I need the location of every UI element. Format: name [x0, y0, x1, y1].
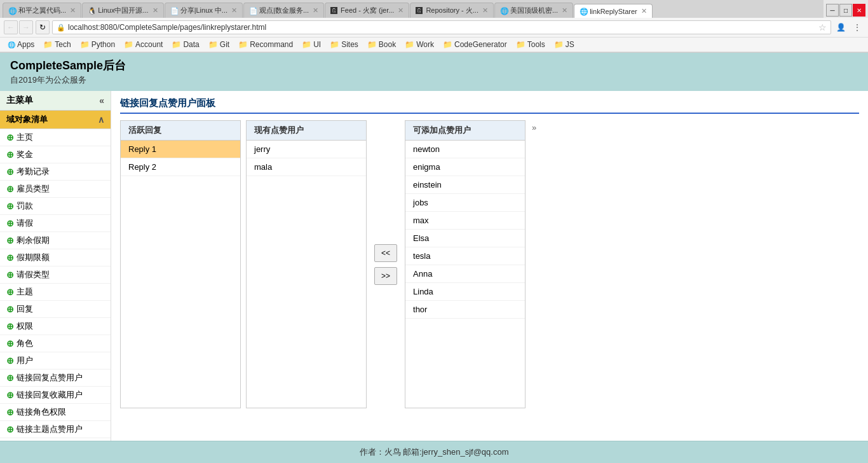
sidebar-item-2[interactable]: ⊕ 考勤记录: [0, 163, 111, 181]
bookmark-item-apps[interactable]: 🌐Apps: [4, 39, 38, 50]
bookmark-star[interactable]: ☆: [818, 22, 827, 32]
tab-close-icon[interactable]: ✕: [153, 6, 158, 15]
tab-close-icon[interactable]: ✕: [482, 6, 488, 15]
tab-close-icon[interactable]: ✕: [398, 6, 403, 15]
addable-user-item-1[interactable]: enigma: [405, 158, 525, 176]
bookmark-item-js[interactable]: 📁JS: [550, 39, 578, 50]
sidebar-plus-icon: ⊕: [6, 132, 14, 142]
address-input[interactable]: [68, 23, 816, 32]
sidebar-item-1[interactable]: ⊕ 奖金: [0, 146, 111, 163]
tab-bar-row: 🌐 和平之翼代码... ✕🐧 Linux中国开源... ✕📄 分享|Linux …: [0, 0, 868, 18]
addable-users-header: 可添加点赞用户: [405, 121, 525, 141]
sidebar-item-label: 罚款: [17, 200, 33, 212]
bookmark-label: CodeGenerator: [454, 40, 507, 49]
addable-user-item-9[interactable]: thor: [405, 301, 525, 319]
browser-tab-4[interactable]: 📄 观点|数金服务... ✕: [243, 3, 324, 18]
sidebar-item-16[interactable]: ⊕ 链接角色权限: [0, 404, 111, 421]
sidebar-item-4[interactable]: ⊕ 罚款: [0, 198, 111, 215]
current-user-item-0[interactable]: jerry: [247, 141, 366, 158]
sidebar-item-9[interactable]: ⊕ 主题: [0, 284, 111, 301]
bookmark-item-codegenerator[interactable]: 📁CodeGenerator: [439, 39, 511, 50]
sidebar-item-13[interactable]: ⊕ 用户: [0, 352, 111, 370]
bookmark-item-tech[interactable]: 📁Tech: [39, 39, 74, 50]
addable-user-item-5[interactable]: Elsa: [405, 230, 525, 247]
bookmark-item-work[interactable]: 📁Work: [401, 39, 438, 50]
browser-tab-3[interactable]: 📄 分享|Linux 中... ✕: [165, 3, 243, 18]
tab-close-icon[interactable]: ✕: [313, 6, 318, 15]
bookmark-item-python[interactable]: 📁Python: [76, 39, 119, 50]
sidebar-items-list: ⊕ 主页⊕ 奖金⊕ 考勤记录⊕ 雇员类型⊕ 罚款⊕ 请假⊕ 剩余假期⊕ 假期限额…: [0, 129, 111, 441]
addable-user-item-6[interactable]: tesla: [405, 247, 525, 265]
bookmarks-bar: 🌐Apps📁Tech📁Python📁Account📁Data📁Git📁Recom…: [0, 38, 868, 52]
sidebar-plus-icon: ⊕: [6, 407, 14, 417]
bookmark-item-git[interactable]: 📁Git: [205, 39, 233, 50]
addable-user-item-3[interactable]: jobs: [405, 194, 525, 212]
bookmark-item-sites[interactable]: 📁Sites: [326, 39, 362, 50]
tab-favicon: 📄: [249, 7, 257, 15]
section-collapse-button[interactable]: ∧: [98, 114, 104, 125]
browser-tab-5[interactable]: 🅶 Feed - 火窝 (jer... ✕: [325, 3, 409, 18]
sidebar-item-6[interactable]: ⊕ 剩余假期: [0, 232, 111, 249]
sidebar-item-15[interactable]: ⊕ 链接回复收藏用户: [0, 387, 111, 404]
sidebar-item-5[interactable]: ⊕ 请假: [0, 215, 111, 232]
addable-user-item-4[interactable]: max: [405, 212, 525, 230]
browser-tab-8[interactable]: 🌐 linkReplyStarer ✕: [574, 4, 653, 18]
sidebar-item-label: 考勤记录: [17, 166, 50, 177]
back-button[interactable]: ←: [4, 20, 18, 34]
active-replies-header: 活跃回复: [121, 121, 240, 141]
current-user-item-1[interactable]: mala: [247, 158, 366, 176]
sidebar-item-11[interactable]: ⊕ 权限: [0, 318, 111, 335]
active-reply-item-0[interactable]: Reply 1: [121, 141, 240, 158]
sidebar-item-10[interactable]: ⊕ 回复: [0, 301, 111, 318]
user-icon[interactable]: 👤: [834, 20, 848, 34]
bookmark-item-account[interactable]: 📁Account: [120, 39, 166, 50]
browser-tab-7[interactable]: 🌐 美国顶级机密... ✕: [494, 3, 573, 18]
addable-user-item-7[interactable]: Anna: [405, 265, 525, 283]
folder-icon: 📁: [443, 40, 452, 49]
sidebar-collapse-button[interactable]: «: [99, 95, 104, 106]
addable-user-item-0[interactable]: newton: [405, 141, 525, 158]
bookmark-label: Tech: [55, 40, 71, 49]
close-button[interactable]: ✕: [853, 4, 865, 17]
bookmark-item-recommand[interactable]: 📁Recommand: [234, 39, 297, 50]
bookmark-label: Data: [183, 40, 199, 49]
addable-user-item-8[interactable]: Linda: [405, 283, 525, 301]
tab-close-icon[interactable]: ✕: [70, 6, 76, 15]
addable-user-item-2[interactable]: einstein: [405, 176, 525, 194]
browser-tab-2[interactable]: 🐧 Linux中国开源... ✕: [82, 3, 163, 18]
tab-close-icon[interactable]: ✕: [231, 6, 237, 15]
bookmark-item-ui[interactable]: 📁UI: [298, 39, 325, 50]
forward-button[interactable]: →: [19, 20, 33, 34]
tab-close-icon[interactable]: ✕: [562, 6, 567, 15]
sidebar-item-17[interactable]: ⊕ 链接主题点赞用户: [0, 421, 111, 438]
transfer-left-button[interactable]: <<: [374, 244, 397, 262]
sidebar-section-header: 域对象清单 ∧: [0, 111, 111, 129]
addable-users-body: newtonenigmaeinsteinjobsmaxElsateslaAnna…: [405, 141, 525, 408]
folder-icon: 📁: [302, 40, 311, 49]
settings-icon[interactable]: ⋮: [850, 20, 864, 34]
tabs-wrap: 🌐 和平之翼代码... ✕🐧 Linux中国开源... ✕📄 分享|Linux …: [0, 0, 824, 18]
sidebar-item-3[interactable]: ⊕ 雇员类型: [0, 181, 111, 198]
sidebar-item-14[interactable]: ⊕ 链接回复点赞用户: [0, 370, 111, 387]
sidebar-item-7[interactable]: ⊕ 假期限额: [0, 249, 111, 266]
bookmark-label: Tools: [527, 40, 545, 49]
sidebar-plus-icon: ⊕: [6, 304, 14, 314]
maximize-button[interactable]: □: [839, 4, 852, 17]
nav-bar: ← → ↻ 🔒 ☆ 👤 ⋮: [0, 18, 868, 38]
bookmark-label: Git: [220, 40, 229, 49]
tab-close-icon[interactable]: ✕: [641, 7, 647, 15]
bookmark-item-data[interactable]: 📁Data: [168, 39, 203, 50]
browser-tab-6[interactable]: 🅶 Repository - 火... ✕: [410, 3, 494, 18]
sidebar-item-12[interactable]: ⊕ 角色: [0, 335, 111, 352]
transfer-right-button[interactable]: >>: [374, 267, 397, 285]
section-label: 域对象清单: [6, 114, 48, 125]
active-reply-item-1[interactable]: Reply 2: [121, 158, 240, 176]
bookmark-item-tools[interactable]: 📁Tools: [512, 39, 549, 50]
sidebar-item-8[interactable]: ⊕ 请假类型: [0, 266, 111, 284]
sidebar-item-0[interactable]: ⊕ 主页: [0, 129, 111, 146]
bookmark-item-book[interactable]: 📁Book: [363, 39, 400, 50]
right-collapse-button[interactable]: »: [531, 120, 538, 135]
browser-tab-1[interactable]: 🌐 和平之翼代码... ✕: [3, 3, 81, 18]
minimize-button[interactable]: ─: [826, 4, 839, 17]
refresh-button[interactable]: ↻: [36, 20, 50, 34]
